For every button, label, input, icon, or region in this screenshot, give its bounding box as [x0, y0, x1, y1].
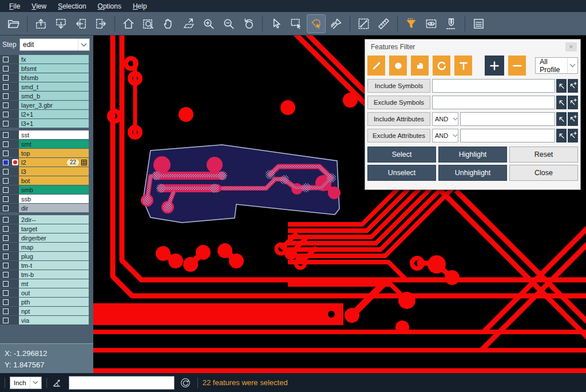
pan-left-button[interactable] [72, 15, 90, 33]
zoom-window-button[interactable] [140, 15, 157, 33]
layer-checkbox-l2[interactable] [0, 158, 11, 167]
layer-checkbox-dir[interactable] [0, 204, 11, 212]
layer-name-plug[interactable]: plug [19, 252, 89, 260]
exclude-attributes-input[interactable] [460, 129, 555, 142]
include-attributes-input[interactable] [460, 112, 555, 126]
layer-name-via[interactable]: via [19, 316, 89, 324]
layer-name-bot[interactable]: bot [19, 176, 89, 185]
layer-name-dirgerber[interactable]: dirgerber [19, 233, 89, 242]
pan-right-button[interactable] [92, 15, 110, 33]
command-input[interactable] [69, 376, 175, 390]
pick-symbol-icon[interactable] [556, 96, 567, 109]
layer-name-target[interactable]: target [19, 224, 89, 233]
layer-name-bfsmt[interactable]: bfsmt [19, 64, 89, 73]
layer-checkbox-tm-t[interactable] [0, 261, 11, 270]
layer-checkbox-l3[interactable] [0, 167, 11, 176]
layer-name-smd_t[interactable]: smd_t [19, 82, 89, 91]
layer-name-2dir--[interactable]: 2dir-- [19, 215, 89, 224]
open-button[interactable] [5, 15, 22, 33]
highlight-button[interactable]: Highlight [438, 146, 507, 163]
layer-name-sst[interactable]: sst [19, 130, 89, 139]
menu-help[interactable]: Help [127, 1, 153, 11]
menu-view[interactable]: View [26, 1, 52, 11]
measure-line-button[interactable] [355, 15, 373, 33]
layer-name-l3[interactable]: l3 [19, 167, 89, 176]
include-attributes-button[interactable]: Include Attributes [367, 112, 430, 126]
layer-checkbox-plug[interactable] [0, 252, 11, 260]
layer-checkbox-l2+1[interactable] [0, 110, 11, 118]
layer-checkbox-2dir--[interactable] [0, 215, 11, 224]
select-button[interactable]: Select [367, 146, 436, 163]
pick-attribute-add-icon[interactable] [568, 112, 578, 126]
profile-dropdown[interactable]: All Profile [535, 57, 578, 74]
line-tool-button[interactable] [367, 56, 385, 76]
include-symbols-button[interactable]: Include Symbols [367, 79, 430, 93]
layer-name-tm-b[interactable]: tm-b [19, 270, 89, 279]
close-icon[interactable]: ✕ [565, 42, 577, 52]
layer-checkbox-ssb[interactable] [0, 195, 11, 203]
surface-tool-button[interactable] [411, 56, 429, 76]
layer-checkbox-bfsmt[interactable] [0, 64, 11, 73]
dialog-title-bar[interactable]: Features Filter ✕ [365, 39, 580, 54]
layer-checkbox-smd_t[interactable] [0, 82, 11, 91]
unselect-button[interactable]: Unselect [367, 165, 436, 181]
reset-button[interactable]: Reset [509, 146, 578, 163]
features-filter-button[interactable] [402, 15, 420, 33]
layer-checkbox-top[interactable] [0, 149, 11, 157]
pick-attribute-add-icon[interactable] [568, 129, 578, 142]
menu-selection[interactable]: Selection [52, 1, 92, 11]
close-button[interactable]: Close [509, 165, 578, 181]
layer-name-l2+1[interactable]: l2+1 [19, 110, 89, 118]
menu-options[interactable]: Options [92, 1, 127, 11]
layer-checkbox-smb[interactable] [0, 185, 11, 194]
layer-name-l3+1[interactable]: l3+1 [19, 119, 89, 128]
layer-checkbox-map[interactable] [0, 243, 11, 251]
pan-hand-button[interactable] [160, 15, 177, 33]
layer-checkbox-l3+1[interactable] [0, 119, 11, 128]
layer-name-fx[interactable]: fx [19, 55, 89, 64]
zoom-previous-button[interactable] [240, 15, 258, 33]
layer-checkbox-smd_b[interactable] [0, 92, 11, 100]
layer-name-dir[interactable]: dir [19, 204, 89, 212]
polygon-select-button[interactable] [307, 15, 325, 33]
unhighlight-button[interactable]: Unhighlight [438, 165, 507, 181]
layers-panel-button[interactable] [470, 15, 488, 33]
layer-checkbox-smt[interactable] [0, 140, 11, 148]
exclude-symbols-input[interactable] [432, 96, 555, 109]
layer-name-layer_3.gbr[interactable]: layer_3.gbr [19, 101, 89, 109]
rect-select-button[interactable] [287, 15, 305, 33]
arc-tool-button[interactable] [433, 56, 450, 76]
pick-symbol-add-icon[interactable] [568, 96, 578, 109]
add-tool-button[interactable] [485, 56, 504, 76]
menu-file[interactable]: File [3, 1, 26, 11]
layer-checkbox-mt[interactable] [0, 279, 11, 288]
layer-checkbox-pth[interactable] [0, 298, 11, 306]
layer-checkbox-target[interactable] [0, 224, 11, 233]
view-options-button[interactable] [422, 15, 440, 33]
exclude-attributes-button[interactable]: Exclude Attributes [367, 129, 430, 142]
step-dropdown[interactable]: edit [19, 38, 90, 51]
layer-name-tm-t[interactable]: tm-t [19, 261, 89, 270]
layer-name-map[interactable]: map [19, 243, 89, 251]
include-attributes-operator[interactable]: AND [432, 112, 458, 126]
pick-symbol-icon[interactable] [556, 79, 567, 93]
layer-checkbox-layer_3.gbr[interactable] [0, 101, 11, 109]
include-symbols-input[interactable] [432, 79, 555, 93]
layer-name-ssb[interactable]: ssb [19, 195, 89, 203]
layer-name-bfsmb[interactable]: bfsmb [19, 73, 89, 82]
layer-checkbox-via[interactable] [0, 316, 11, 324]
snap-button[interactable] [442, 15, 460, 33]
pan-down-button[interactable] [52, 15, 70, 33]
layer-checkbox-fx[interactable] [0, 55, 11, 64]
layer-name-smb[interactable]: smb [19, 185, 89, 194]
layer-name-npt[interactable]: npt [19, 307, 89, 315]
clean-select-button[interactable] [327, 15, 345, 33]
pan-up-button[interactable] [32, 15, 50, 33]
layer-checkbox-bot[interactable] [0, 176, 11, 185]
layer-checkbox-out[interactable] [0, 288, 11, 297]
remove-tool-button[interactable] [508, 56, 526, 76]
text-tool-button[interactable] [454, 56, 472, 76]
unit-dropdown[interactable]: Inch [10, 377, 42, 389]
ruler-button[interactable] [375, 15, 393, 33]
pick-attribute-icon[interactable] [556, 129, 567, 142]
